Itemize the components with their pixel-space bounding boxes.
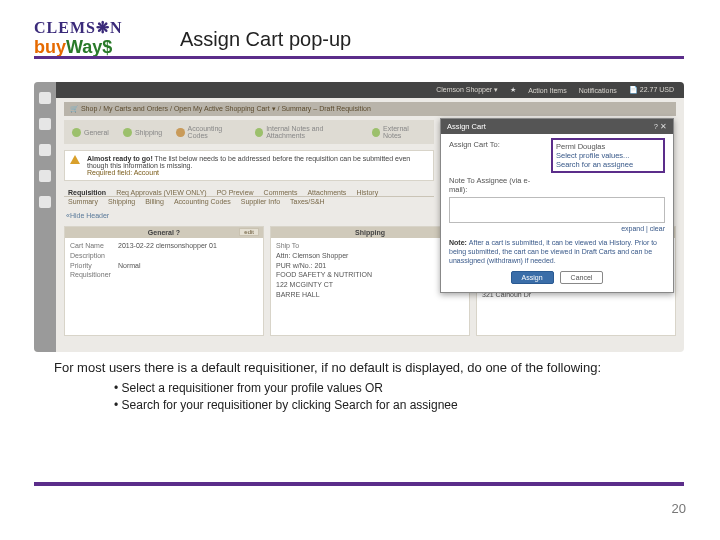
assign-cart-popup: Assign Cart ? ✕ Assign Cart To: Permi Do… (440, 118, 674, 293)
screenshot-area: Clemson Shopper ▾ ★ Action Items Notific… (34, 82, 684, 352)
popup-info-note: Note: After a cart is submitted, it can … (449, 238, 665, 265)
note-label: Note To Assignee (via e-mail): (449, 176, 545, 194)
subtab-accounting[interactable]: Accounting Codes (174, 198, 231, 210)
step-shipping[interactable]: Shipping (123, 128, 162, 137)
popup-titlebar: Assign Cart ? ✕ (441, 119, 673, 134)
left-nav-ribbon (34, 82, 56, 352)
wizard-steps: General Shipping Accounting Codes Intern… (64, 120, 434, 144)
user-menu[interactable]: Clemson Shopper ▾ (436, 86, 498, 94)
subtab-taxes[interactable]: Taxes/S&H (290, 198, 325, 210)
step-general[interactable]: General (72, 128, 109, 137)
tab-comments[interactable]: Comments (264, 189, 298, 196)
select-profile-link[interactable]: Select profile values... (556, 151, 660, 160)
home-icon[interactable] (39, 92, 51, 104)
body-p1: For most users there is a default requis… (54, 360, 601, 375)
star-icon[interactable]: ★ (510, 86, 516, 94)
tab-attachments[interactable]: Attachments (307, 189, 346, 196)
assign-to-value-box: Permi Douglas Select profile values... S… (551, 138, 665, 173)
subtab-supplier[interactable]: Supplier Info (241, 198, 280, 210)
req-subtabs: Summary Shipping Billing Accounting Code… (64, 198, 434, 210)
cart-total[interactable]: 📄 22.77 USD (629, 86, 674, 94)
subtab-billing[interactable]: Billing (145, 198, 164, 210)
assign-button[interactable]: Assign (511, 271, 554, 284)
required-field-text: Required field: Account (87, 169, 159, 176)
hide-header-link[interactable]: «Hide Header (66, 212, 109, 219)
step-internal-notes[interactable]: Internal Notes and Attachments (255, 125, 358, 139)
cart-icon[interactable] (39, 118, 51, 130)
close-icon[interactable]: ? ✕ (654, 122, 667, 131)
logo: CLEMS❋N buyWay$ (34, 18, 122, 58)
assignee-name: Permi Douglas (556, 142, 660, 151)
page-title: Assign Cart pop-up (180, 28, 351, 51)
top-divider (34, 56, 684, 59)
assign-to-label: Assign Cart To: (449, 140, 545, 173)
notifications-link[interactable]: Notifications (579, 87, 617, 94)
page-number: 20 (672, 501, 686, 516)
tab-requisition[interactable]: Requisition (68, 189, 106, 196)
body-li1: Select a requisitioner from your profile… (114, 381, 680, 397)
req-tabs: Requisition Req Approvals (VIEW ONLY) PO… (64, 182, 434, 197)
bank-icon[interactable] (39, 170, 51, 182)
search-assignee-link[interactable]: Search for an assignee (556, 160, 660, 169)
warning-banner: Almost ready to go! The list below needs… (64, 150, 434, 181)
doc-icon[interactable] (39, 144, 51, 156)
logo-clemson: CLEMS❋N (34, 18, 122, 37)
body-text: For most users there is a default requis… (54, 360, 680, 416)
action-items-link[interactable]: Action Items (528, 87, 567, 94)
step-accounting[interactable]: Accounting Codes (176, 125, 241, 139)
edit-general-button[interactable]: edit (239, 228, 259, 236)
step-external-notes[interactable]: External Notes (372, 125, 426, 139)
subtab-shipping[interactable]: Shipping (108, 198, 135, 210)
tab-po-preview[interactable]: PO Preview (217, 189, 254, 196)
popup-title: Assign Cart (447, 122, 486, 131)
tab-history[interactable]: History (356, 189, 378, 196)
col-general: General ?edit Cart Name2013-02-22 clemso… (64, 226, 264, 336)
tab-approvals[interactable]: Req Approvals (VIEW ONLY) (116, 189, 207, 196)
cancel-button[interactable]: Cancel (560, 271, 604, 284)
logo-buyways: buyWay$ (34, 37, 122, 58)
top-bar: Clemson Shopper ▾ ★ Action Items Notific… (56, 82, 684, 98)
note-textarea[interactable] (449, 197, 665, 223)
expand-clear-links[interactable]: expand | clear (449, 225, 665, 232)
report-icon[interactable] (39, 196, 51, 208)
slide: CLEMS❋N buyWay$ Assign Cart pop-up Clems… (0, 0, 720, 540)
body-li2: Search for your requisitioner by clickin… (114, 398, 680, 414)
subtab-summary[interactable]: Summary (68, 198, 98, 210)
breadcrumb[interactable]: 🛒 Shop / My Carts and Orders / Open My A… (64, 102, 676, 116)
bottom-divider (34, 482, 684, 486)
